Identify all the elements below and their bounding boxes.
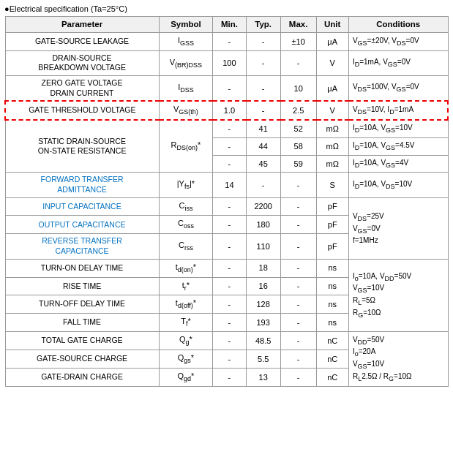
param-vgsth: GATE THRESHOLD VOLTAGE	[5, 101, 159, 120]
param-rdson: STATIC DRAIN-SOURCEON-STATE RESISTANCE	[5, 120, 159, 173]
symbol-vbrdss: V(BR)DSS	[159, 50, 213, 75]
typ-qgd: 13	[246, 368, 280, 386]
typ-tdon: 18	[246, 259, 280, 277]
symbol-rdson: RDS(on)*	[159, 120, 213, 173]
typ-qg: 48.5	[246, 332, 280, 350]
min-yfs: 14	[213, 173, 246, 197]
typ-qgs: 5.5	[246, 350, 280, 369]
unit-crss: pF	[316, 234, 348, 259]
symbol-yfs: |Yfs|*	[159, 173, 213, 197]
typ-vgsth: -	[246, 101, 280, 120]
cond-igss: VGS=±20V, VDS=0V	[348, 32, 448, 50]
typ-idss: -	[246, 76, 280, 102]
min-tr: -	[213, 277, 246, 295]
typ-igss: -	[246, 32, 280, 50]
typ-ciss: 2200	[246, 197, 280, 216]
unit-coss: pF	[316, 216, 348, 234]
param-qgd: GATE-DRAIN CHARGE	[5, 368, 159, 386]
param-qgs: GATE-SOURCE CHARGE	[5, 350, 159, 369]
typ-crss: 110	[246, 234, 280, 259]
row-zero-gate-voltage: ZERO GATE VOLTAGEDRAIN CURRENT IDSS - - …	[5, 76, 448, 102]
unit-tf: ns	[316, 314, 348, 332]
max-igss: ±10	[280, 32, 316, 50]
typ-tr: 16	[246, 277, 280, 295]
col-conditions: Conditions	[348, 17, 448, 33]
symbol-igss: IGSS	[159, 32, 213, 50]
cond-vbrdss: ID=1mA, VGS=0V	[348, 50, 448, 75]
symbol-coss: Coss	[159, 216, 213, 234]
param-yfs: FORWARD TRANSFERADMITTANCE	[5, 173, 159, 197]
symbol-tdoff: td(off)*	[159, 295, 213, 314]
cond-yfs: ID=10A, VDS=10V	[348, 173, 448, 197]
symbol-qgd: Qgd*	[159, 368, 213, 386]
row-drain-source-breakdown: DRAIN-SOURCEBREAKDOWN VOLTAGE V(BR)DSS 1…	[5, 50, 448, 75]
col-max: Max.	[280, 17, 316, 33]
col-unit: Unit	[316, 17, 348, 33]
col-symbol: Symbol	[159, 17, 213, 33]
electrical-spec-table: Parameter Symbol Min. Typ. Max. Unit Con…	[4, 16, 449, 387]
min-qgd: -	[213, 368, 246, 386]
max-tr: -	[280, 277, 316, 295]
max-crss: -	[280, 234, 316, 259]
min-idss: -	[213, 76, 246, 102]
unit-rdson-3: mΩ	[316, 155, 348, 173]
param-tf: FALL TIME	[5, 314, 159, 332]
col-min: Min.	[213, 17, 246, 33]
symbol-qg: Qg*	[159, 332, 213, 350]
cond-charge: VDD=50VIo=20AVGS=10VRL2.5Ω / RG=10Ω	[348, 332, 448, 387]
min-tdon: -	[213, 259, 246, 277]
typ-vbrdss: -	[246, 50, 280, 75]
col-typ: Typ.	[246, 17, 280, 33]
param-tdoff: TURN-OFF DELAY TIME	[5, 295, 159, 314]
typ-rdson-1: 41	[246, 120, 280, 137]
max-tf: -	[280, 314, 316, 332]
table-header-row: Parameter Symbol Min. Typ. Max. Unit Con…	[5, 17, 448, 33]
min-rdson-2: -	[213, 137, 246, 155]
cond-idss: VDS=100V, VGS=0V	[348, 76, 448, 102]
unit-rdson-1: mΩ	[316, 120, 348, 137]
min-tf: -	[213, 314, 246, 332]
unit-tdon: ns	[316, 259, 348, 277]
cond-vgsth: VDS=10V, ID=1mA	[348, 101, 448, 120]
min-coss: -	[213, 216, 246, 234]
typ-tf: 193	[246, 314, 280, 332]
min-rdson-1: -	[213, 120, 246, 137]
unit-tdoff: ns	[316, 295, 348, 314]
min-igss: -	[213, 32, 246, 50]
min-vbrdss: 100	[213, 50, 246, 75]
param-idss: ZERO GATE VOLTAGEDRAIN CURRENT	[5, 76, 159, 102]
min-ciss: -	[213, 197, 246, 216]
param-gate-source-leakage: GATE-SOURCE LEAKAGE	[5, 32, 159, 50]
typ-tdoff: 128	[246, 295, 280, 314]
row-total-gate-charge: TOTAL GATE CHARGE Qg* - 48.5 - nC VDD=50…	[5, 332, 448, 350]
min-crss: -	[213, 234, 246, 259]
max-qgd: -	[280, 368, 316, 386]
max-rdson-1: 52	[280, 120, 316, 137]
min-qg: -	[213, 332, 246, 350]
max-idss: 10	[280, 76, 316, 102]
unit-qgs: nC	[316, 350, 348, 369]
cond-rdson-3: ID=10A, VGS=4V	[348, 155, 448, 173]
symbol-tr: tr*	[159, 277, 213, 295]
unit-qgd: nC	[316, 368, 348, 386]
row-forward-transfer: FORWARD TRANSFERADMITTANCE |Yfs|* 14 - -…	[5, 173, 448, 197]
max-yfs: -	[280, 173, 316, 197]
param-breakdown: DRAIN-SOURCEBREAKDOWN VOLTAGE	[5, 50, 159, 75]
max-vbrdss: -	[280, 50, 316, 75]
param-qg: TOTAL GATE CHARGE	[5, 332, 159, 350]
param-ciss: INPUT CAPACITANCE	[5, 197, 159, 216]
unit-tr: ns	[316, 277, 348, 295]
unit-ciss: pF	[316, 197, 348, 216]
min-qgs: -	[213, 350, 246, 369]
max-rdson-3: 59	[280, 155, 316, 173]
unit-igss: μA	[316, 32, 348, 50]
min-rdson-3: -	[213, 155, 246, 173]
param-tr: RISE TIME	[5, 277, 159, 295]
symbol-tf: Tf*	[159, 314, 213, 332]
symbol-crss: Crss	[159, 234, 213, 259]
header-title: ●Electrical specification (Ta=25°C)	[4, 4, 449, 13]
param-coss: OUTPUT CAPACITANCE	[5, 216, 159, 234]
unit-vbrdss: V	[316, 50, 348, 75]
typ-rdson-2: 44	[246, 137, 280, 155]
unit-qg: nC	[316, 332, 348, 350]
